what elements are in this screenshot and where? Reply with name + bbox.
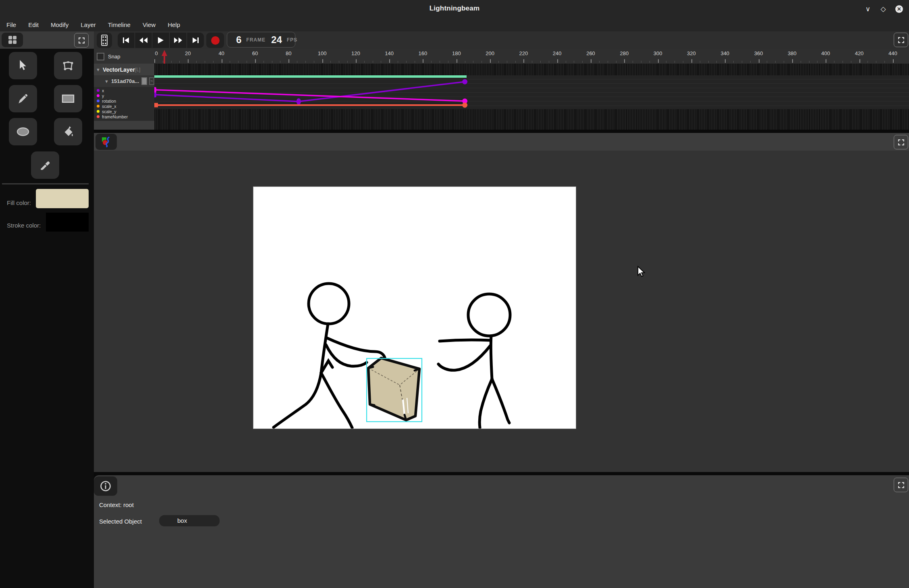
menu-item-layer[interactable]: Layer (81, 21, 96, 28)
film-button[interactable] (97, 33, 112, 48)
info-button[interactable] (94, 476, 117, 496)
tool-pencil-button[interactable] (9, 85, 37, 112)
tool-select-button[interactable] (9, 52, 37, 79)
ruler-tick (893, 59, 894, 63)
tools-grid-button[interactable] (2, 33, 23, 47)
property-row-scale_x[interactable]: scale_x (97, 104, 154, 109)
box-object[interactable] (367, 358, 422, 422)
timeline-ruler[interactable]: 0204060801001201401601802002202402602803… (154, 49, 909, 64)
ruler-tick (255, 59, 256, 63)
ruler-label: 320 (687, 50, 696, 56)
playhead[interactable] (160, 50, 168, 64)
play-button[interactable] (152, 33, 169, 48)
menu-item-modify[interactable]: Modify (51, 21, 68, 28)
ruler-tick (498, 61, 499, 63)
inspector-fullscreen-button[interactable] (894, 478, 908, 492)
ruler-tick (767, 61, 767, 63)
animation-curves[interactable] (154, 64, 909, 130)
skip-to-end-button[interactable] (187, 33, 204, 48)
selected-object-input[interactable]: box (159, 515, 220, 526)
layer-caret-icon[interactable]: ▼ (96, 67, 100, 72)
keyframe-y[interactable] (154, 87, 156, 93)
ruler-tick (742, 61, 742, 63)
property-row-x[interactable]: x (97, 88, 154, 93)
tool-ellipse-button[interactable] (9, 118, 37, 145)
stroke-color-label: Stroke color: (7, 222, 41, 229)
ruler-tick (507, 61, 507, 63)
property-row-frameNumber[interactable]: frameNumber (97, 114, 154, 119)
ruler-tick (515, 61, 516, 63)
property-row-rotation[interactable]: rotation (97, 98, 154, 104)
ruler-tick (481, 61, 482, 63)
property-color-dot (97, 99, 100, 102)
keyframe-frameNumber[interactable] (462, 103, 467, 108)
layer-suffix: [L] (135, 67, 140, 72)
canvas-artwork (253, 187, 576, 429)
selected-object-label: Selected Object (99, 518, 142, 525)
maximize-icon[interactable]: ◇ (878, 4, 888, 14)
layer-row[interactable]: ▼ VectorLayer [L] (94, 64, 154, 75)
property-label: frameNumber (102, 114, 128, 119)
stage-fullscreen-button[interactable] (894, 135, 908, 149)
ruler-tick (297, 61, 297, 63)
property-row-scale_y[interactable]: scale_y (97, 109, 154, 114)
ruler-label: 420 (855, 50, 864, 56)
tool-transform-button[interactable] (54, 52, 82, 79)
stage-logo-button[interactable] (95, 134, 117, 150)
timeline-frames[interactable] (154, 64, 909, 130)
fullscreen-icon (898, 139, 904, 145)
fill-color-swatch[interactable] (36, 189, 89, 208)
curve-y[interactable] (154, 90, 465, 101)
property-label: x (102, 88, 104, 93)
property-label: rotation (102, 99, 116, 104)
timeline-fullscreen-button[interactable] (894, 33, 908, 47)
drawing-canvas[interactable] (253, 186, 576, 429)
sublayer-tilde-button[interactable]: ~ (149, 77, 154, 85)
menu-bar: FileEditModifyLayerTimelineViewHelp (0, 18, 909, 31)
menu-item-file[interactable]: File (6, 21, 16, 28)
ruler-tick (423, 59, 423, 63)
skip-to-start-button[interactable] (118, 33, 135, 48)
menu-item-edit[interactable]: Edit (28, 21, 39, 28)
ruler-tick (851, 61, 851, 63)
ruler-tick (674, 61, 675, 63)
film-strip-icon (101, 35, 108, 46)
ruler-tick (238, 61, 239, 63)
snap-checkbox[interactable] (97, 53, 104, 60)
record-button[interactable] (206, 33, 224, 48)
tools-fullscreen-button[interactable] (74, 33, 89, 48)
ruler-tick (196, 61, 197, 63)
property-row-y[interactable]: y (97, 93, 154, 98)
ruler-label: 220 (519, 50, 528, 56)
sublayer-row[interactable]: ▼ 151ad70a... ~ (94, 75, 154, 87)
ruler-tick (750, 61, 751, 63)
sidebar-divider (2, 183, 89, 184)
fast-forward-icon (174, 37, 183, 43)
rewind-button[interactable] (135, 33, 152, 48)
keyframe-x[interactable] (462, 79, 467, 85)
stick-figure-left[interactable] (274, 284, 385, 428)
keyframe-x[interactable] (297, 98, 301, 105)
tool-rectangle-button[interactable] (54, 85, 82, 112)
menu-item-help[interactable]: Help (168, 21, 180, 28)
close-icon[interactable]: ✕ (895, 5, 903, 13)
ruler-label: 0 (155, 50, 158, 56)
ruler-label: 280 (620, 50, 629, 56)
ruler-tick (448, 61, 448, 63)
ruler-tick (809, 61, 809, 63)
tool-paint-bucket-button[interactable] (54, 118, 82, 145)
menu-item-timeline[interactable]: Timeline (108, 21, 131, 28)
sublayer-caret-icon[interactable]: ▼ (104, 79, 109, 84)
sublayer-square-button[interactable] (141, 77, 147, 85)
stroke-color-swatch[interactable] (46, 213, 89, 232)
minimize-icon[interactable]: ∨ (863, 4, 873, 14)
fast-forward-button[interactable] (169, 33, 187, 48)
tool-eyedropper-button[interactable] (31, 151, 59, 179)
ruler-tick (440, 61, 440, 63)
ruler-tick (364, 61, 365, 63)
ruler-tick (230, 61, 230, 63)
menu-item-view[interactable]: View (143, 21, 156, 28)
keyframe-frameNumber[interactable] (154, 103, 158, 108)
keyframe-x[interactable] (154, 92, 156, 97)
stick-figure-right[interactable] (438, 294, 510, 428)
